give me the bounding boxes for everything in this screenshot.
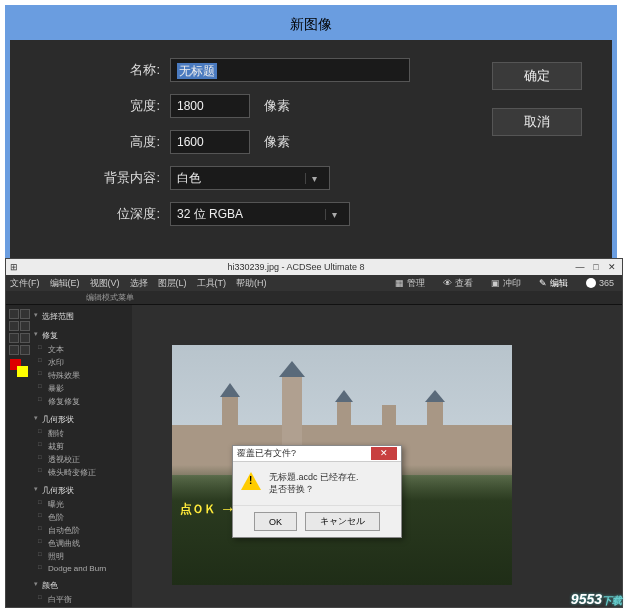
tab-365[interactable]: 365: [582, 278, 618, 288]
panel-item[interactable]: 翻转: [34, 427, 130, 440]
panel-item[interactable]: 水印: [34, 356, 130, 369]
panel-item[interactable]: 曝光: [34, 498, 130, 511]
new-image-dialog: 新图像 名称: 无标题 宽度: 1800 像素 高度: 1600 像素 背景内容…: [5, 5, 617, 265]
app-icon: ⊞: [10, 262, 18, 272]
tab-edit[interactable]: ✎ 编辑: [535, 277, 572, 290]
width-label: 宽度:: [40, 97, 170, 115]
side-panel: 选择范围 修复 文本 水印 特殊效果 暴影 修复修复 几何形状 翻转 裁剪 透视…: [32, 305, 132, 607]
panel-item[interactable]: 顏色: [34, 606, 130, 607]
chevron-down-icon: ▾: [325, 209, 343, 220]
tool-icon[interactable]: [9, 333, 19, 343]
tool-icon[interactable]: [20, 309, 30, 319]
acdsee-window: ⊞ hi330239.jpg - ACDSee Ultimate 8 — □ ✕…: [5, 258, 623, 608]
panel-item[interactable]: Dodge and Burn: [34, 563, 130, 574]
watermark: 9553下载: [571, 591, 622, 608]
menu-select[interactable]: 选择: [130, 277, 148, 290]
overwrite-dialog: 覆盖已有文件? ✕ 无标题.acdc 已经存在. 是否替换？ OK キャンセル: [232, 445, 402, 538]
panel-item[interactable]: 暴影: [34, 382, 130, 395]
annotation-click-ok: 点ＯＫ→: [180, 500, 236, 518]
depth-select[interactable]: 32 位 RGBA ▾: [170, 202, 350, 226]
msgbox-cancel-button[interactable]: キャンセル: [305, 512, 380, 531]
msgbox-text: 无标题.acdc 已经存在. 是否替换？: [269, 472, 359, 495]
menu-help[interactable]: 帮助(H): [236, 277, 267, 290]
panel-group-geometry[interactable]: 几何形状: [34, 412, 130, 427]
width-unit: 像素: [264, 97, 290, 115]
panel-group-color[interactable]: 颜色: [34, 578, 130, 593]
panel-item[interactable]: 特殊效果: [34, 369, 130, 382]
menu-layer[interactable]: 图层(L): [158, 277, 187, 290]
panel-item[interactable]: 色阶: [34, 511, 130, 524]
tab-develop[interactable]: ▣ 冲印: [487, 277, 525, 290]
close-button[interactable]: ✕: [606, 262, 618, 272]
height-input[interactable]: 1600: [170, 130, 250, 154]
panel-item[interactable]: 白平衡: [34, 593, 130, 606]
chevron-down-icon: ▾: [305, 173, 323, 184]
height-unit: 像素: [264, 133, 290, 151]
ok-button[interactable]: 确定: [492, 62, 582, 90]
bg-label: 背景内容:: [40, 169, 170, 187]
tool-icon[interactable]: [20, 345, 30, 355]
panel-group-repair[interactable]: 修复: [34, 328, 130, 343]
tool-icon[interactable]: [9, 309, 19, 319]
tool-column: [6, 305, 32, 607]
tool-icon[interactable]: [9, 345, 19, 355]
menu-view[interactable]: 视图(V): [90, 277, 120, 290]
minimize-button[interactable]: —: [574, 262, 586, 272]
panel-item[interactable]: 透视校正: [34, 453, 130, 466]
menu-file[interactable]: 文件(F): [10, 277, 40, 290]
dialog-title: 新图像: [10, 10, 612, 40]
circle-icon: [586, 278, 596, 288]
maximize-button[interactable]: □: [590, 262, 602, 272]
color-swatch[interactable]: [10, 359, 28, 377]
warning-icon: [241, 472, 261, 492]
panel-item[interactable]: 自动色阶: [34, 524, 130, 537]
height-label: 高度:: [40, 133, 170, 151]
panel-item[interactable]: 色调曲线: [34, 537, 130, 550]
panel-item[interactable]: 镜头畸变修正: [34, 466, 130, 479]
window-title: hi330239.jpg - ACDSee Ultimate 8: [18, 262, 574, 272]
msgbox-title: 覆盖已有文件?: [237, 447, 371, 460]
menu-tools[interactable]: 工具(T): [197, 277, 227, 290]
tab-manage[interactable]: ▦ 管理: [391, 277, 429, 290]
panel-group-selection[interactable]: 选择范围: [34, 309, 130, 324]
tool-icon[interactable]: [20, 333, 30, 343]
cancel-button[interactable]: 取消: [492, 108, 582, 136]
arrow-right-icon: →: [220, 500, 236, 518]
name-label: 名称:: [40, 61, 170, 79]
panel-group-exposure[interactable]: 几何形状: [34, 483, 130, 498]
menu-edit[interactable]: 编辑(E): [50, 277, 80, 290]
msgbox-ok-button[interactable]: OK: [254, 512, 297, 531]
depth-label: 位深度:: [40, 205, 170, 223]
bg-select[interactable]: 白色 ▾: [170, 166, 330, 190]
tool-icon[interactable]: [9, 321, 19, 331]
tool-icon[interactable]: [20, 321, 30, 331]
tab-view[interactable]: 👁 查看: [439, 277, 477, 290]
name-input[interactable]: 无标题: [170, 58, 410, 82]
panel-item[interactable]: 照明: [34, 550, 130, 563]
msgbox-close-button[interactable]: ✕: [371, 447, 397, 460]
width-input[interactable]: 1800: [170, 94, 250, 118]
edit-mode-bar: 编辑模式菜单: [6, 291, 622, 305]
panel-item[interactable]: 裁剪: [34, 440, 130, 453]
window-titlebar: ⊞ hi330239.jpg - ACDSee Ultimate 8 — □ ✕: [6, 259, 622, 275]
panel-item[interactable]: 修复修复: [34, 395, 130, 408]
panel-item[interactable]: 文本: [34, 343, 130, 356]
menubar: 文件(F) 编辑(E) 视图(V) 选择 图层(L) 工具(T) 帮助(H) ▦…: [6, 275, 622, 291]
canvas-area: 覆盖已有文件? ✕ 无标题.acdc 已经存在. 是否替换？ OK キャンセル …: [132, 305, 622, 607]
